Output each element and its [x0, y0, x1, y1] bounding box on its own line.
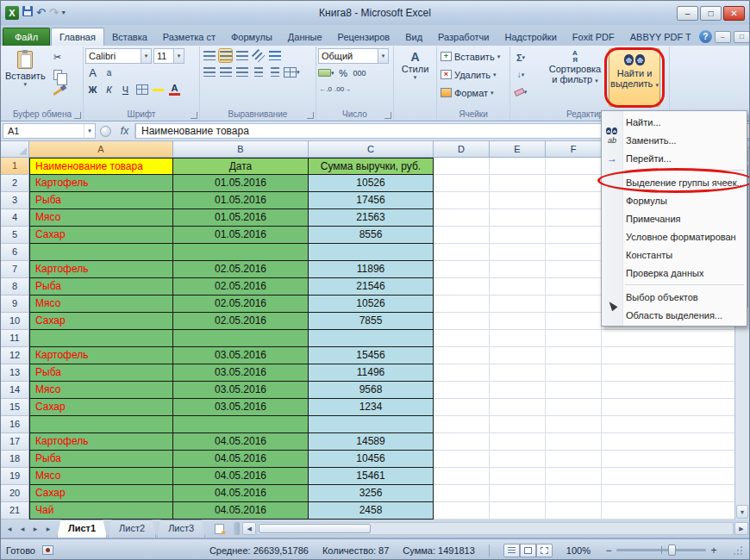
cell-B3[interactable]: 01.05.2016 [173, 192, 309, 209]
cell-E11[interactable] [490, 330, 546, 347]
cell-F5[interactable] [546, 227, 602, 244]
sheet-tab-Лист3[interactable]: Лист3 [157, 520, 205, 538]
autosum-icon[interactable]: Σ▾ [512, 50, 529, 65]
align-right-icon[interactable] [234, 65, 249, 79]
cell-A20[interactable]: Сахар [29, 485, 173, 502]
select-all-corner[interactable] [1, 141, 29, 158]
cell-E10[interactable] [490, 313, 546, 330]
cell-C18[interactable]: 10456 [309, 451, 434, 468]
last-sheet-icon[interactable]: ▶ [42, 523, 54, 535]
chevron-down-icon[interactable]: ▾ [378, 49, 388, 63]
decrease-indent-icon[interactable] [251, 65, 266, 79]
tab-Формулы[interactable]: Формулы [223, 28, 280, 46]
grow-font-icon[interactable]: А [85, 65, 100, 80]
cell-E9[interactable] [490, 296, 546, 313]
cell-A17[interactable]: Картофель [29, 433, 173, 451]
row-header-7[interactable]: 7 [1, 261, 29, 278]
font-color-icon[interactable]: А [167, 82, 182, 96]
cell-E18[interactable] [490, 451, 546, 468]
menu-item[interactable]: abЗаменить... [602, 131, 747, 149]
align-top-icon[interactable] [202, 48, 216, 63]
cell-A14[interactable]: Мясо [29, 382, 173, 399]
chevron-down-icon[interactable]: ▾ [141, 49, 151, 63]
cell-C7[interactable]: 11896 [309, 261, 434, 278]
cell-F18[interactable] [546, 451, 602, 468]
cell-C16[interactable] [309, 416, 434, 433]
cell-E21[interactable] [490, 502, 546, 520]
cell-D19[interactable] [434, 468, 490, 485]
cell-D11[interactable] [434, 330, 490, 347]
cell-E14[interactable] [490, 382, 546, 399]
row-header-4[interactable]: 4 [1, 209, 29, 227]
clear-icon[interactable]: ▾ [512, 84, 529, 99]
row-header-1[interactable]: 1 [1, 158, 29, 175]
cell-D14[interactable] [434, 382, 490, 399]
cell-A3[interactable]: Рыба [29, 192, 173, 209]
chevron-down-icon[interactable]: ▾ [173, 49, 184, 63]
undo-icon[interactable]: ↶ [36, 6, 46, 20]
minimize-button[interactable]: – [677, 6, 698, 21]
workbook-restore-button[interactable]: □ [734, 31, 750, 43]
row-header-8[interactable]: 8 [1, 278, 29, 296]
vertical-scroll-track[interactable] [735, 308, 749, 504]
zoom-level[interactable]: 100% [566, 545, 591, 556]
align-bottom-icon[interactable] [234, 48, 249, 63]
cell-C20[interactable]: 3256 [309, 485, 434, 502]
cell-D18[interactable] [434, 451, 490, 468]
cell-E12[interactable] [490, 347, 546, 364]
cell-B14[interactable]: 03.05.2016 [173, 382, 309, 399]
cell-E16[interactable] [490, 416, 546, 433]
maximize-button[interactable]: □ [700, 6, 722, 21]
row-header-21[interactable]: 21 [1, 502, 29, 520]
copy-icon[interactable] [49, 67, 66, 82]
column-header-A[interactable]: A [29, 141, 173, 158]
cell-A18[interactable]: Рыба [29, 451, 173, 468]
percent-format-icon[interactable]: % [336, 65, 351, 80]
menu-item[interactable]: Область выделения... [602, 306, 747, 324]
sheet-tab-Лист2[interactable]: Лист2 [108, 520, 156, 538]
cell-C9[interactable]: 10526 [309, 296, 434, 313]
cell-A2[interactable]: Картофель [29, 175, 173, 192]
cell-A1[interactable]: Наименование товара [29, 158, 173, 175]
cell-D12[interactable] [434, 347, 490, 364]
scroll-left-icon[interactable]: ◀ [242, 522, 256, 535]
cell-A10[interactable]: Сахар [29, 313, 173, 330]
cell-D3[interactable] [434, 192, 490, 209]
row-header-2[interactable]: 2 [1, 175, 29, 192]
cell-A15[interactable]: Сахар [29, 399, 173, 416]
cell-D8[interactable] [434, 278, 490, 296]
menu-item[interactable]: Найти... [602, 113, 747, 131]
cell-D10[interactable] [434, 313, 490, 330]
cell-C1[interactable]: Сумма выручки, руб. [309, 158, 434, 175]
column-header-E[interactable]: E [490, 141, 546, 158]
cell-B17[interactable]: 04.05.2016 [173, 433, 309, 451]
cell-B6[interactable] [173, 244, 309, 261]
cell-F3[interactable] [546, 192, 602, 209]
cell-C13[interactable]: 11496 [309, 364, 434, 382]
tab-Данные[interactable]: Данные [280, 28, 330, 46]
cut-icon[interactable]: ✂ [49, 50, 66, 65]
tab-split-handle[interactable] [234, 522, 240, 535]
zoom-slider[interactable]: − + [604, 544, 718, 557]
column-header-D[interactable]: D [434, 141, 490, 158]
align-left-icon[interactable] [202, 65, 216, 79]
cell-F2[interactable] [546, 175, 602, 192]
cell-F15[interactable] [546, 399, 602, 416]
decrease-decimal-icon[interactable]: .00→ [334, 82, 351, 96]
cell-A9[interactable]: Мясо [29, 296, 173, 313]
tab-Разметка ст[interactable]: Разметка ст [155, 28, 223, 46]
cell-D21[interactable] [434, 502, 490, 520]
cell-C14[interactable]: 9568 [309, 382, 434, 399]
format-painter-icon[interactable] [49, 84, 66, 99]
styles-button[interactable]: А Стили ▾ [400, 48, 431, 107]
row-header-11[interactable]: 11 [1, 330, 29, 347]
paste-button[interactable]: Вставить ▾ [3, 48, 47, 107]
cell-B1[interactable]: Дата [173, 158, 309, 175]
cell-E15[interactable] [490, 399, 546, 416]
cell-A4[interactable]: Мясо [29, 209, 173, 227]
cell-E20[interactable] [490, 485, 546, 502]
tab-Рецензиров[interactable]: Рецензиров [330, 28, 398, 46]
cell-D2[interactable] [434, 175, 490, 192]
merge-center-icon[interactable]: ▾ [284, 65, 300, 79]
row-header-16[interactable]: 16 [1, 416, 29, 433]
